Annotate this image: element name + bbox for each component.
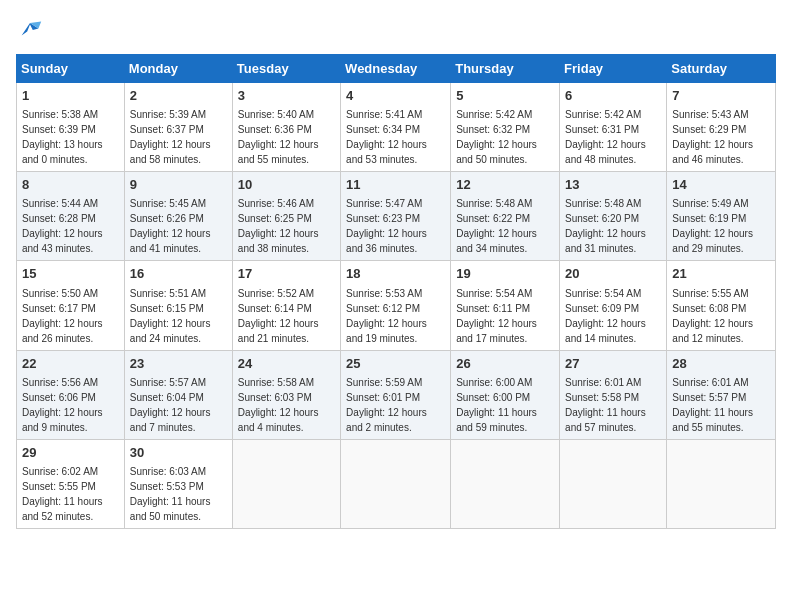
sunrise-text: Sunrise: 5:48 AM — [565, 198, 641, 209]
daylight-text: Daylight: 12 hours and 53 minutes. — [346, 139, 427, 165]
sunset-text: Sunset: 5:53 PM — [130, 481, 204, 492]
calendar-cell — [451, 439, 560, 528]
daylight-text: Daylight: 12 hours and 12 minutes. — [672, 318, 753, 344]
daylight-text: Daylight: 13 hours and 0 minutes. — [22, 139, 103, 165]
daylight-text: Daylight: 12 hours and 21 minutes. — [238, 318, 319, 344]
calendar-cell — [341, 439, 451, 528]
calendar-week-row: 22Sunrise: 5:56 AMSunset: 6:06 PMDayligh… — [17, 350, 776, 439]
sunset-text: Sunset: 6:37 PM — [130, 124, 204, 135]
day-number: 6 — [565, 87, 661, 105]
sunset-text: Sunset: 6:19 PM — [672, 213, 746, 224]
logo-icon — [16, 16, 44, 44]
calendar-cell: 5Sunrise: 5:42 AMSunset: 6:32 PMDaylight… — [451, 83, 560, 172]
sunset-text: Sunset: 6:28 PM — [22, 213, 96, 224]
calendar-cell — [560, 439, 667, 528]
sunrise-text: Sunrise: 5:43 AM — [672, 109, 748, 120]
sunset-text: Sunset: 6:15 PM — [130, 303, 204, 314]
sunrise-text: Sunrise: 5:49 AM — [672, 198, 748, 209]
day-number: 4 — [346, 87, 445, 105]
daylight-text: Daylight: 12 hours and 58 minutes. — [130, 139, 211, 165]
calendar-week-row: 8Sunrise: 5:44 AMSunset: 6:28 PMDaylight… — [17, 172, 776, 261]
sunrise-text: Sunrise: 5:42 AM — [565, 109, 641, 120]
sunrise-text: Sunrise: 5:45 AM — [130, 198, 206, 209]
day-number: 30 — [130, 444, 227, 462]
calendar-cell: 30Sunrise: 6:03 AMSunset: 5:53 PMDayligh… — [124, 439, 232, 528]
day-number: 18 — [346, 265, 445, 283]
calendar-cell: 27Sunrise: 6:01 AMSunset: 5:58 PMDayligh… — [560, 350, 667, 439]
calendar-cell: 2Sunrise: 5:39 AMSunset: 6:37 PMDaylight… — [124, 83, 232, 172]
sunset-text: Sunset: 6:26 PM — [130, 213, 204, 224]
sunset-text: Sunset: 6:01 PM — [346, 392, 420, 403]
daylight-text: Daylight: 12 hours and 17 minutes. — [456, 318, 537, 344]
col-header-monday: Monday — [124, 55, 232, 83]
day-number: 9 — [130, 176, 227, 194]
calendar-cell: 18Sunrise: 5:53 AMSunset: 6:12 PMDayligh… — [341, 261, 451, 350]
calendar-week-row: 15Sunrise: 5:50 AMSunset: 6:17 PMDayligh… — [17, 261, 776, 350]
col-header-friday: Friday — [560, 55, 667, 83]
calendar-cell: 14Sunrise: 5:49 AMSunset: 6:19 PMDayligh… — [667, 172, 776, 261]
day-number: 17 — [238, 265, 335, 283]
daylight-text: Daylight: 11 hours and 57 minutes. — [565, 407, 646, 433]
sunrise-text: Sunrise: 5:52 AM — [238, 288, 314, 299]
sunrise-text: Sunrise: 5:44 AM — [22, 198, 98, 209]
sunrise-text: Sunrise: 5:40 AM — [238, 109, 314, 120]
calendar-cell: 12Sunrise: 5:48 AMSunset: 6:22 PMDayligh… — [451, 172, 560, 261]
daylight-text: Daylight: 12 hours and 26 minutes. — [22, 318, 103, 344]
calendar-cell — [667, 439, 776, 528]
sunrise-text: Sunrise: 6:02 AM — [22, 466, 98, 477]
daylight-text: Daylight: 12 hours and 4 minutes. — [238, 407, 319, 433]
day-number: 13 — [565, 176, 661, 194]
daylight-text: Daylight: 12 hours and 41 minutes. — [130, 228, 211, 254]
sunrise-text: Sunrise: 5:39 AM — [130, 109, 206, 120]
daylight-text: Daylight: 11 hours and 55 minutes. — [672, 407, 753, 433]
daylight-text: Daylight: 12 hours and 29 minutes. — [672, 228, 753, 254]
calendar-cell: 21Sunrise: 5:55 AMSunset: 6:08 PMDayligh… — [667, 261, 776, 350]
daylight-text: Daylight: 11 hours and 52 minutes. — [22, 496, 103, 522]
calendar-cell — [232, 439, 340, 528]
day-number: 27 — [565, 355, 661, 373]
calendar-cell: 6Sunrise: 5:42 AMSunset: 6:31 PMDaylight… — [560, 83, 667, 172]
sunset-text: Sunset: 6:22 PM — [456, 213, 530, 224]
sunrise-text: Sunrise: 5:53 AM — [346, 288, 422, 299]
col-header-saturday: Saturday — [667, 55, 776, 83]
calendar-cell: 11Sunrise: 5:47 AMSunset: 6:23 PMDayligh… — [341, 172, 451, 261]
sunset-text: Sunset: 6:17 PM — [22, 303, 96, 314]
daylight-text: Daylight: 12 hours and 7 minutes. — [130, 407, 211, 433]
calendar-cell: 26Sunrise: 6:00 AMSunset: 6:00 PMDayligh… — [451, 350, 560, 439]
calendar-cell: 20Sunrise: 5:54 AMSunset: 6:09 PMDayligh… — [560, 261, 667, 350]
calendar-cell: 16Sunrise: 5:51 AMSunset: 6:15 PMDayligh… — [124, 261, 232, 350]
calendar-cell: 10Sunrise: 5:46 AMSunset: 6:25 PMDayligh… — [232, 172, 340, 261]
col-header-tuesday: Tuesday — [232, 55, 340, 83]
day-number: 23 — [130, 355, 227, 373]
sunrise-text: Sunrise: 5:56 AM — [22, 377, 98, 388]
day-number: 3 — [238, 87, 335, 105]
sunset-text: Sunset: 6:39 PM — [22, 124, 96, 135]
calendar-cell: 23Sunrise: 5:57 AMSunset: 6:04 PMDayligh… — [124, 350, 232, 439]
calendar-cell: 4Sunrise: 5:41 AMSunset: 6:34 PMDaylight… — [341, 83, 451, 172]
day-number: 14 — [672, 176, 770, 194]
sunset-text: Sunset: 6:00 PM — [456, 392, 530, 403]
daylight-text: Daylight: 12 hours and 36 minutes. — [346, 228, 427, 254]
sunset-text: Sunset: 6:34 PM — [346, 124, 420, 135]
day-number: 21 — [672, 265, 770, 283]
daylight-text: Daylight: 12 hours and 24 minutes. — [130, 318, 211, 344]
calendar-cell: 8Sunrise: 5:44 AMSunset: 6:28 PMDaylight… — [17, 172, 125, 261]
daylight-text: Daylight: 11 hours and 59 minutes. — [456, 407, 537, 433]
daylight-text: Daylight: 12 hours and 19 minutes. — [346, 318, 427, 344]
day-number: 25 — [346, 355, 445, 373]
day-number: 11 — [346, 176, 445, 194]
sunrise-text: Sunrise: 5:51 AM — [130, 288, 206, 299]
sunset-text: Sunset: 6:31 PM — [565, 124, 639, 135]
sunrise-text: Sunrise: 5:46 AM — [238, 198, 314, 209]
day-number: 7 — [672, 87, 770, 105]
sunrise-text: Sunrise: 5:55 AM — [672, 288, 748, 299]
sunset-text: Sunset: 5:57 PM — [672, 392, 746, 403]
day-number: 1 — [22, 87, 119, 105]
sunset-text: Sunset: 6:36 PM — [238, 124, 312, 135]
day-number: 10 — [238, 176, 335, 194]
day-number: 15 — [22, 265, 119, 283]
calendar-cell: 1Sunrise: 5:38 AMSunset: 6:39 PMDaylight… — [17, 83, 125, 172]
calendar-cell: 29Sunrise: 6:02 AMSunset: 5:55 PMDayligh… — [17, 439, 125, 528]
daylight-text: Daylight: 12 hours and 14 minutes. — [565, 318, 646, 344]
logo — [16, 16, 48, 44]
